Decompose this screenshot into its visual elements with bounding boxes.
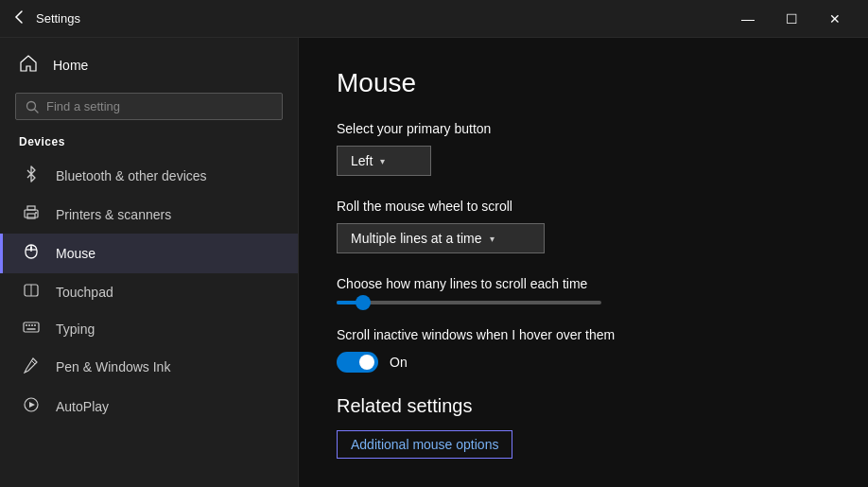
scroll-inactive-value: On: [390, 355, 408, 370]
printers-label: Printers & scanners: [56, 207, 171, 222]
svg-rect-4: [27, 206, 35, 210]
scroll-inactive-group: Scroll inactive windows when I hover ove…: [337, 327, 830, 373]
sidebar-item-touchpad[interactable]: Touchpad: [0, 273, 298, 311]
window-title: Settings: [36, 11, 726, 26]
scroll-lines-slider[interactable]: [337, 301, 830, 304]
sidebar-item-mouse[interactable]: Mouse: [0, 234, 298, 273]
primary-button-group: Select your primary button Left ▾: [337, 121, 830, 176]
content-area: Mouse Select your primary button Left ▾ …: [299, 38, 868, 487]
sidebar-item-home[interactable]: Home: [0, 45, 298, 85]
svg-line-18: [31, 360, 35, 364]
primary-button-dropdown[interactable]: Left ▾: [337, 146, 431, 176]
close-button[interactable]: ✕: [813, 0, 857, 38]
scroll-lines-label: Choose how many lines to scroll each tim…: [337, 276, 830, 291]
sidebar-item-autoplay[interactable]: AutoPlay: [0, 387, 298, 426]
slider-track: [337, 301, 601, 304]
search-input[interactable]: [46, 99, 272, 113]
scroll-inactive-label: Scroll inactive windows when I hover ove…: [337, 327, 830, 342]
svg-line-1: [35, 109, 39, 113]
window-controls: — ☐ ✕: [726, 0, 857, 38]
autoplay-icon: [22, 396, 41, 417]
roll-wheel-dropdown[interactable]: Multiple lines at a time ▾: [337, 223, 545, 253]
autoplay-label: AutoPlay: [56, 399, 109, 414]
roll-wheel-value: Multiple lines at a time: [351, 231, 482, 246]
main-layout: Home Devices Bluetooth & other devices: [0, 38, 868, 487]
sidebar-item-bluetooth[interactable]: Bluetooth & other devices: [0, 156, 298, 196]
bluetooth-icon: [22, 165, 41, 186]
devices-section-label: Devices: [0, 131, 298, 156]
scroll-inactive-toggle-row: On: [337, 352, 830, 373]
back-button[interactable]: [11, 9, 26, 28]
typing-label: Typing: [56, 322, 95, 337]
home-icon: [19, 55, 38, 76]
svg-rect-12: [24, 322, 39, 332]
touchpad-icon: [22, 283, 41, 302]
roll-wheel-label: Roll the mouse wheel to scroll: [337, 199, 830, 214]
primary-button-value: Left: [351, 153, 373, 168]
bluetooth-label: Bluetooth & other devices: [56, 168, 207, 183]
touchpad-label: Touchpad: [56, 285, 113, 300]
page-title: Mouse: [337, 68, 830, 98]
scroll-inactive-toggle[interactable]: [337, 352, 378, 373]
slider-thumb[interactable]: [356, 295, 371, 310]
sidebar-item-printers[interactable]: Printers & scanners: [0, 196, 298, 234]
chevron-down-icon-2: ▾: [490, 234, 495, 244]
search-box: [15, 93, 283, 120]
printer-icon: [22, 205, 41, 224]
search-icon: [26, 100, 39, 113]
sidebar: Home Devices Bluetooth & other devices: [0, 38, 299, 487]
titlebar: Settings — ☐ ✕: [0, 0, 868, 38]
primary-button-label: Select your primary button: [337, 121, 830, 136]
maximize-button[interactable]: ☐: [770, 0, 813, 38]
mouse-label: Mouse: [56, 246, 95, 261]
svg-marker-20: [29, 402, 35, 408]
pen-icon: [22, 357, 41, 377]
toggle-knob: [359, 355, 374, 370]
sidebar-item-pen[interactable]: Pen & Windows Ink: [0, 347, 298, 387]
chevron-down-icon: ▾: [380, 156, 385, 166]
additional-mouse-options-link[interactable]: Additional mouse options: [337, 430, 512, 459]
scroll-lines-group: Choose how many lines to scroll each tim…: [337, 276, 830, 304]
roll-wheel-group: Roll the mouse wheel to scroll Multiple …: [337, 199, 830, 253]
related-settings-group: Related settings Additional mouse option…: [337, 395, 830, 459]
pen-label: Pen & Windows Ink: [56, 359, 170, 374]
mouse-icon: [22, 243, 41, 264]
svg-point-5: [35, 212, 37, 214]
minimize-button[interactable]: —: [726, 0, 770, 38]
home-label: Home: [53, 58, 88, 73]
related-settings-title: Related settings: [337, 395, 830, 417]
keyboard-icon: [22, 321, 41, 338]
sidebar-item-typing[interactable]: Typing: [0, 311, 298, 347]
